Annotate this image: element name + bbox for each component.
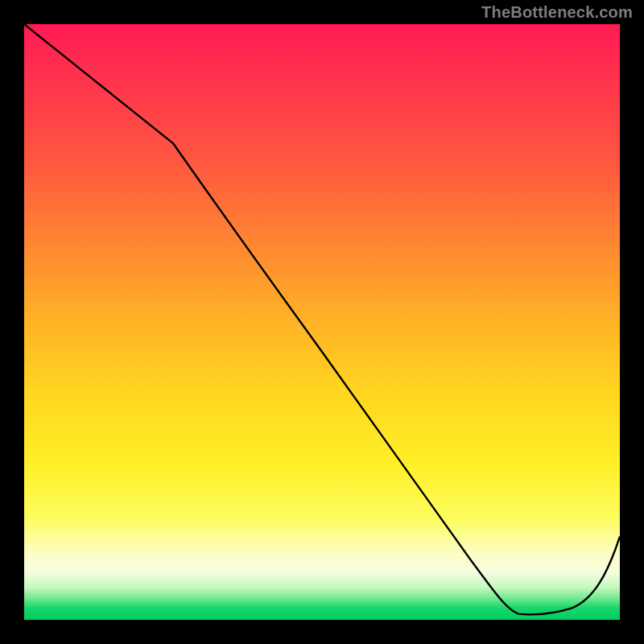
plot-area (24, 24, 620, 620)
line-curve (24, 24, 620, 620)
watermark-text: TheBottleneck.com (481, 3, 633, 22)
chart-frame: TheBottleneck.com (0, 0, 644, 644)
